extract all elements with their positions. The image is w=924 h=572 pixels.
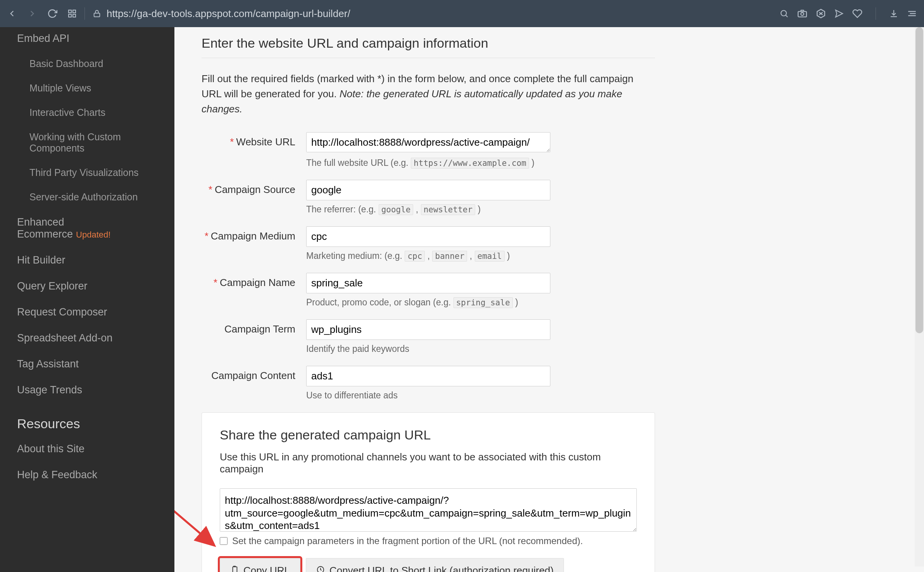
generated-url-textarea[interactable]: http://localhost:8888/wordpress/active-c… bbox=[220, 488, 637, 532]
label-campaign-content: Campaign Content bbox=[202, 366, 306, 382]
sidebar-item-basic-dashboard[interactable]: Basic Dashboard bbox=[0, 52, 174, 76]
back-icon[interactable] bbox=[7, 9, 17, 19]
intro-text: Fill out the required fields (marked wit… bbox=[202, 71, 655, 117]
svg-marker-12 bbox=[836, 10, 843, 17]
hint-campaign-source: The referrer: (e.g. google , newsletter … bbox=[306, 204, 550, 215]
sidebar-item-multiple-views[interactable]: Multiple Views bbox=[0, 76, 174, 100]
shield-icon[interactable] bbox=[816, 9, 826, 19]
apps-icon[interactable] bbox=[67, 9, 77, 18]
sidebar-resources-heading: Resources bbox=[0, 403, 174, 436]
svg-rect-1 bbox=[73, 10, 76, 13]
main-content: Enter the website URL and campaign infor… bbox=[174, 27, 924, 572]
sidebar-item-help-feedback[interactable]: Help & Feedback bbox=[0, 462, 174, 488]
fragment-checkbox-row[interactable]: Set the campaign parameters in the fragm… bbox=[220, 536, 637, 546]
forward-icon[interactable] bbox=[27, 9, 37, 19]
svg-point-5 bbox=[781, 10, 786, 16]
share-box: Share the generated campaign URL Use thi… bbox=[202, 412, 655, 572]
sidebar-item-hit-builder[interactable]: Hit Builder bbox=[0, 247, 174, 273]
clipboard-icon bbox=[230, 565, 239, 572]
sidebar-item-usage-trends[interactable]: Usage Trends bbox=[0, 377, 174, 403]
browser-chrome: https://ga-dev-tools.appspot.com/campaig… bbox=[0, 0, 924, 27]
sidebar-item-query-explorer[interactable]: Query Explorer bbox=[0, 273, 174, 299]
label-campaign-name: *Campaign Name bbox=[202, 273, 306, 289]
sidebar-item-embed-api[interactable]: Embed API bbox=[0, 30, 174, 52]
svg-rect-3 bbox=[73, 14, 76, 17]
svg-line-6 bbox=[786, 16, 788, 17]
copy-url-button[interactable]: Copy URL bbox=[220, 558, 300, 572]
lock-icon bbox=[93, 9, 101, 18]
scrollbar[interactable] bbox=[915, 27, 924, 567]
hint-campaign-medium: Marketing medium: (e.g. cpc , banner , e… bbox=[306, 251, 550, 261]
reload-icon[interactable] bbox=[47, 9, 57, 19]
svg-rect-2 bbox=[69, 14, 71, 17]
sidebar-item-tag-assistant[interactable]: Tag Assistant bbox=[0, 351, 174, 377]
fragment-checkbox[interactable] bbox=[220, 537, 228, 545]
share-title: Share the generated campaign URL bbox=[220, 427, 637, 443]
website-url-input[interactable]: http://localhost:8888/wordpress/active-c… bbox=[306, 132, 550, 152]
campaign-source-input[interactable] bbox=[306, 180, 550, 200]
svg-point-8 bbox=[801, 12, 804, 16]
campaign-content-input[interactable] bbox=[306, 366, 550, 386]
svg-rect-17 bbox=[233, 567, 237, 572]
sidebar-item-enhanced-ecommerce[interactable]: Enhanced EcommerceUpdated! bbox=[0, 209, 174, 247]
svg-rect-0 bbox=[69, 10, 71, 13]
hint-campaign-content: Use to differentiate ads bbox=[306, 390, 550, 401]
convert-url-button[interactable]: Convert URL to Short Link (authorization… bbox=[306, 558, 564, 572]
download-icon[interactable] bbox=[889, 9, 898, 18]
label-campaign-source: *Campaign Source bbox=[202, 180, 306, 196]
sidebar-item-request-composer[interactable]: Request Composer bbox=[0, 299, 174, 325]
sidebar-item-about[interactable]: About this Site bbox=[0, 436, 174, 462]
heart-icon[interactable] bbox=[852, 9, 862, 19]
label-campaign-term: Campaign Term bbox=[202, 319, 306, 335]
sidebar-item-third-party-viz[interactable]: Third Party Visualizations bbox=[0, 160, 174, 185]
hint-website-url: The full website URL (e.g. https://www.e… bbox=[306, 158, 550, 168]
sidebar-item-custom-components[interactable]: Working with Custom Components bbox=[0, 125, 174, 160]
campaign-medium-input[interactable] bbox=[306, 226, 550, 247]
sidebar-item-server-side-auth[interactable]: Server-side Authorization bbox=[0, 185, 174, 209]
url-text[interactable]: https://ga-dev-tools.appspot.com/campaig… bbox=[107, 8, 350, 20]
hint-campaign-name: Product, promo code, or slogan (e.g. spr… bbox=[306, 297, 550, 308]
fragment-checkbox-label: Set the campaign parameters in the fragm… bbox=[232, 536, 583, 546]
shorten-icon bbox=[316, 565, 325, 572]
share-desc: Use this URL in any promotional channels… bbox=[220, 451, 637, 475]
hint-campaign-term: Identify the paid keywords bbox=[306, 344, 550, 354]
page-heading: Enter the website URL and campaign infor… bbox=[202, 27, 655, 58]
send-icon[interactable] bbox=[834, 9, 844, 18]
search-icon[interactable] bbox=[779, 9, 789, 18]
campaign-name-input[interactable] bbox=[306, 273, 550, 293]
sidebar-item-spreadsheet-addon[interactable]: Spreadsheet Add-on bbox=[0, 325, 174, 351]
sidebar-item-interactive-charts[interactable]: Interactive Charts bbox=[0, 100, 174, 125]
menu-icon[interactable] bbox=[907, 9, 917, 19]
sidebar: Embed API Basic Dashboard Multiple Views… bbox=[0, 27, 174, 572]
updated-badge: Updated! bbox=[76, 230, 110, 239]
label-campaign-medium: *Campaign Medium bbox=[202, 226, 306, 242]
campaign-term-input[interactable] bbox=[306, 319, 550, 340]
svg-rect-4 bbox=[94, 13, 100, 17]
label-website-url: *Website URL bbox=[202, 132, 306, 148]
camera-icon[interactable] bbox=[797, 9, 807, 19]
